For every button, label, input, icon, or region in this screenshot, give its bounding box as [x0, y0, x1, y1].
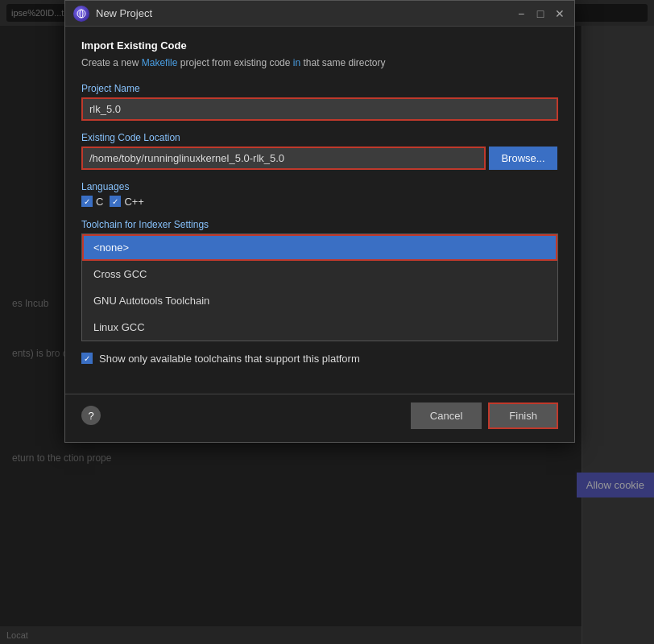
minimize-button[interactable]: −	[515, 7, 528, 20]
code-location-row: Browse...	[81, 147, 558, 170]
dialog-content: Import Existing Code Create a new Makefi…	[65, 27, 574, 394]
help-button[interactable]: ?	[81, 406, 101, 425]
checkbox-c-icon: ✓	[81, 196, 93, 207]
browse-button[interactable]: Browse...	[489, 147, 557, 170]
languages-label: Languages	[81, 181, 558, 192]
footer-buttons: Cancel Finish	[411, 402, 558, 429]
cancel-button[interactable]: Cancel	[411, 402, 482, 429]
highlight-makefile: Makefile	[142, 57, 178, 68]
toolchain-item-gnu-autotools[interactable]: GNU Autotools Toolchain	[82, 287, 557, 314]
svg-point-1	[80, 10, 83, 18]
section-header: Import Existing Code	[81, 39, 558, 52]
code-location-label: Existing Code Location	[81, 132, 558, 143]
lang-cpp-label: C++	[124, 196, 144, 208]
project-name-input[interactable]	[81, 97, 558, 121]
maximize-button[interactable]: □	[534, 7, 547, 20]
toolchain-list: <none> Cross GCC GNU Autotools Toolchain…	[81, 233, 558, 341]
svg-point-0	[77, 10, 85, 18]
show-available-checkbox-icon[interactable]: ✓	[81, 353, 93, 364]
dialog-titlebar: New Project − □ ✕	[65, 1, 574, 27]
lang-c-checkbox[interactable]: ✓ C	[81, 196, 103, 208]
show-available-row: ✓ Show only available toolchains that su…	[81, 353, 558, 365]
show-available-label: Show only available toolchains that supp…	[99, 353, 360, 365]
dialog-footer: ? Cancel Finish	[65, 394, 574, 442]
toolchain-item-none[interactable]: <none>	[82, 234, 557, 261]
languages-row: ✓ C ✓ C++	[81, 196, 558, 208]
section-desc: Create a new Makefile project from exist…	[81, 56, 558, 70]
dialog-title: New Project	[96, 7, 508, 19]
new-project-dialog: New Project − □ ✕ Import Existing Code C…	[64, 0, 575, 443]
code-location-input[interactable]	[81, 147, 486, 170]
lang-cpp-checkbox[interactable]: ✓ C++	[110, 196, 144, 208]
toolchain-item-linux-gcc[interactable]: Linux GCC	[82, 314, 557, 341]
checkbox-cpp-icon: ✓	[110, 196, 121, 207]
close-button[interactable]: ✕	[553, 7, 566, 20]
toolchain-label: Toolchain for Indexer Settings	[81, 219, 558, 230]
project-name-label: Project Name	[81, 83, 558, 94]
toolchain-item-cross-gcc[interactable]: Cross GCC	[82, 261, 557, 287]
eclipse-icon	[73, 6, 89, 22]
highlight-in: in	[293, 57, 300, 68]
finish-button[interactable]: Finish	[488, 402, 558, 429]
lang-c-label: C	[96, 196, 103, 208]
